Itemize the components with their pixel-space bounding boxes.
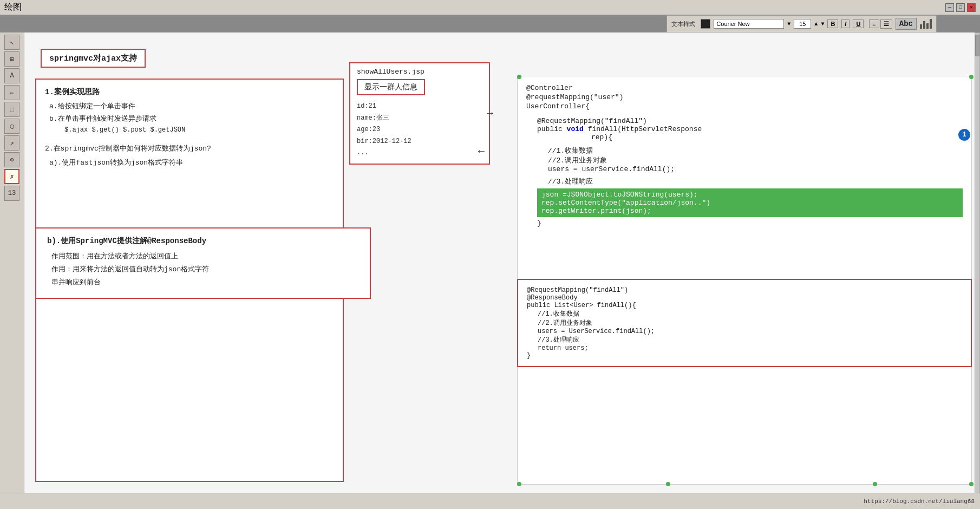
jsp-data-line-5: ...: [357, 147, 482, 159]
code-findall-mapping: @RequestMapping("findAll"): [537, 117, 963, 125]
sidebar-tool-pencil[interactable]: ✏: [4, 85, 19, 100]
font-selector[interactable]: [714, 19, 784, 29]
code-comment3: //3.处理响应: [548, 177, 963, 186]
jsp-title: showAllUsers.jsp: [357, 68, 482, 76]
font-size-input[interactable]: [794, 19, 811, 29]
rb-heading: b).使用SpringMVC提供注解@ResponseBody: [47, 236, 359, 246]
handle-bottom-mid: [666, 482, 670, 486]
cb2-line-9: }: [527, 352, 962, 360]
maximize-button[interactable]: □: [956, 3, 965, 12]
sidebar-tool-ellipse[interactable]: ◯: [4, 119, 19, 134]
handle-bottom-mid2: [873, 482, 877, 486]
bold-button[interactable]: B: [827, 19, 838, 28]
jsp-data: id:21 name:张三 age:23 bir:2012-12-12 ...: [357, 101, 482, 159]
green-line-1: json =JSONObject.toJSONString(users);: [541, 191, 958, 199]
code-findall-param: rep){: [591, 133, 963, 141]
left-sidebar: ↖ ⊞ A ✏ ⬚ ◯ ↗ ⊕ ✗ 13: [0, 32, 24, 493]
method-block: @RequestMapping("findAll") public void f…: [537, 117, 963, 217]
code-comment2: //2.调用业务对象: [548, 155, 963, 165]
handle-bottom-right: [969, 482, 974, 486]
section1-item-b: b.在单击事件触发时发送异步请求: [49, 114, 334, 123]
arrow-left-icon: ←: [478, 145, 485, 158]
titlebar: 绘图 ─ □ ✕: [0, 0, 980, 15]
statusbar-url: https://blog.csdn.net/liulang68: [864, 498, 975, 505]
green-line-2: rep.setContentType("application/json.."): [541, 199, 958, 207]
badge-circle: 1: [958, 129, 970, 141]
slide-title: springmvc对ajax支持: [49, 54, 137, 63]
minimize-button[interactable]: ─: [945, 3, 954, 12]
code-line-controller: @Controller: [526, 84, 963, 92]
sidebar-tool-add[interactable]: ⊕: [4, 152, 19, 167]
text-style-toolbar: 文本样式 ▼ ▲ ▼ B I U ≡ ☰ Abc: [667, 15, 937, 32]
title-box: springmvc对ajax支持: [41, 49, 146, 68]
jsp-data-line-1: id:21: [357, 101, 482, 113]
cb2-line-1: @RequestMapping("findAll"): [527, 286, 962, 294]
align-center-btn[interactable]: ☰: [880, 19, 892, 29]
cb2-line-8: return users;: [538, 344, 962, 352]
sidebar-tool-select[interactable]: ⊞: [4, 51, 19, 67]
cb2-line-6: users = UserService.findAll();: [538, 328, 962, 335]
handle-bottom-left: [517, 482, 521, 486]
cb2-line-7: //3.处理响应: [538, 335, 962, 344]
section2-heading: 2.在springmvc控制器中如何将对应数据转为json?: [45, 143, 334, 153]
align-left-btn[interactable]: ≡: [869, 19, 879, 28]
code-line-requestmapping: @requestMapping("user"): [526, 93, 963, 101]
dropdown-arrow[interactable]: ▼: [787, 21, 790, 27]
section1-heading: 1.案例实现思路: [45, 87, 334, 97]
code-line-class: UserController{: [526, 102, 963, 110]
jsp-button[interactable]: 显示一群人信息: [357, 79, 425, 95]
cb2-line-5: //2.调用业务对象: [538, 318, 962, 328]
code-green-block: json =JSONObject.toJSONString(users); re…: [537, 188, 963, 217]
content-area: springmvc对ajax支持 1.案例实现思路 a.给按钮绑定一个单击事件 …: [24, 32, 980, 493]
rb-scope: 作用范围：用在方法或者方法的返回值上: [51, 251, 359, 261]
handle-top-left: [517, 75, 521, 79]
jsp-data-line-2: name:张三: [357, 113, 482, 125]
format-buttons: ≡ ☰: [869, 19, 892, 29]
abc-logo: Abc: [896, 18, 917, 30]
bar-chart-icon: [920, 19, 932, 29]
rb-function2: 串并响应到前台: [51, 277, 359, 287]
responsebody-box: b).使用SpringMVC提供注解@ResponseBody 作用范围：用在方…: [35, 227, 371, 299]
sidebar-tool-number[interactable]: 13: [4, 186, 19, 201]
text-style-label: 文本样式: [671, 20, 695, 28]
handle-top-right: [969, 75, 974, 79]
section1-item-a: a.给按钮绑定一个单击事件: [49, 101, 334, 111]
code-box2: @RequestMapping("findAll") @ResponseBody…: [517, 279, 972, 367]
color-swatch[interactable]: [701, 19, 710, 29]
code-findall-method: public void findAll(HttpServletResponse: [537, 125, 963, 133]
scrollbar-thumb-v[interactable]: [975, 35, 979, 56]
cb2-line-3: public List<User> findAll(){: [527, 302, 962, 309]
sidebar-tool-text[interactable]: A: [4, 68, 19, 83]
sidebar-tool-delete[interactable]: ✗: [4, 169, 19, 184]
size-up-icon[interactable]: ▲: [814, 21, 818, 27]
code-comment1: //1.收集数据: [548, 146, 963, 155]
window-controls[interactable]: ─ □ ✕: [945, 3, 976, 12]
arrow-right-icon: →: [487, 107, 493, 120]
green-line-3: rep.getWriter.print(json);: [541, 207, 958, 215]
jsp-data-line-4: bir:2012-12-12: [357, 136, 482, 148]
sidebar-tool-cursor[interactable]: ↖: [4, 35, 19, 50]
sidebar-tool-rectangle[interactable]: ⬚: [4, 102, 19, 117]
cb2-line-2: @ResponseBody: [527, 294, 962, 302]
titlebar-title: 绘图: [4, 2, 22, 13]
closing-brace-1: }: [537, 219, 963, 227]
code-users-assign: users = userService.findAll();: [548, 165, 963, 173]
statusbar: https://blog.csdn.net/liulang68: [0, 493, 980, 509]
section1-code: $.ajax $.get() $.post $.getJSON: [64, 126, 334, 134]
sidebar-tool-line[interactable]: ↗: [4, 135, 19, 151]
section2-item-a: a).使用fastjson转换为json格式字符串: [49, 158, 334, 167]
italic-button[interactable]: I: [841, 19, 850, 28]
rb-function: 作用：用来将方法的返回值自动转为json格式字符: [51, 264, 359, 274]
jsp-data-line-3: age:23: [357, 124, 482, 136]
underline-button[interactable]: U: [853, 19, 864, 28]
vertical-scrollbar[interactable]: [975, 32, 980, 504]
cb2-line-4: //1.收集数据: [538, 309, 962, 318]
jsp-box: showAllUsers.jsp 显示一群人信息 id:21 name:张三 a…: [349, 62, 490, 165]
close-button[interactable]: ✕: [967, 3, 976, 12]
size-down-icon[interactable]: ▼: [821, 21, 824, 27]
